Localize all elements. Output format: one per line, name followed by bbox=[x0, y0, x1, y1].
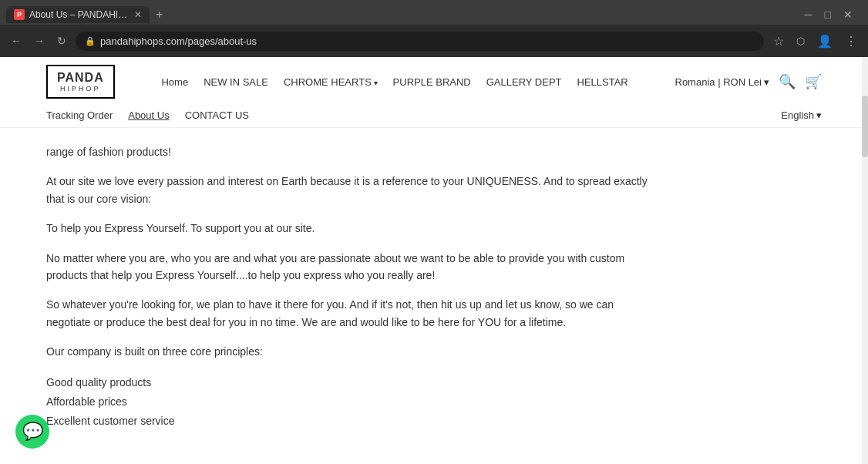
extensions-button[interactable]: ⬡ bbox=[793, 34, 808, 49]
list-item-3: Excellent customer service bbox=[46, 412, 648, 431]
whatsapp-button[interactable]: 💬 bbox=[15, 415, 49, 449]
nav-hellstar[interactable]: HELLSTAR bbox=[577, 76, 628, 88]
site-header: PANDA HIPHOP Home NEW IN SALE CHROME HEA… bbox=[0, 57, 868, 128]
main-content: range of fashion products! At our site w… bbox=[0, 128, 694, 464]
nav-new-in-sale[interactable]: NEW IN SALE bbox=[204, 76, 268, 88]
nav-gallery-dept[interactable]: GALLERY DEPT bbox=[486, 76, 562, 88]
logo-text: PANDA bbox=[57, 71, 104, 84]
refresh-button[interactable]: ↻ bbox=[54, 33, 69, 49]
language-selector[interactable]: English ▾ bbox=[781, 109, 822, 121]
secure-icon: 🔒 bbox=[85, 36, 96, 46]
search-button[interactable]: 🔍 bbox=[779, 73, 796, 90]
content-para-5: So whatever you're looking for, we plan … bbox=[46, 296, 648, 331]
content-list: Good quality products Affordable prices … bbox=[46, 373, 648, 432]
tab-favicon: P bbox=[14, 9, 25, 20]
nav-chrome-hearts[interactable]: CHROME HEARTS bbox=[284, 76, 378, 88]
new-tab-button[interactable]: + bbox=[150, 8, 169, 22]
minimize-button[interactable]: ─ bbox=[802, 7, 816, 22]
currency-selector[interactable]: Romania | RON Lei ▾ bbox=[675, 76, 769, 88]
currency-text: Romania | RON Lei bbox=[675, 76, 762, 88]
url-text: pandahiphops.com/pages/about-us bbox=[100, 35, 257, 47]
logo-sub: HIPHOP bbox=[57, 85, 104, 92]
browser-tab[interactable]: P About Us – PANDAHIPHOP ✕ bbox=[6, 6, 150, 23]
content-para-3: To help you Express Yourself. To support… bbox=[46, 220, 648, 237]
profile-button[interactable]: 👤 bbox=[814, 32, 836, 50]
currency-dropdown-icon: ▾ bbox=[764, 76, 769, 88]
language-dropdown-icon: ▾ bbox=[816, 109, 822, 121]
back-button[interactable]: ← bbox=[8, 33, 25, 49]
main-nav: Home NEW IN SALE CHROME HEARTS PURPLE BR… bbox=[161, 76, 627, 88]
nav-home[interactable]: Home bbox=[161, 76, 188, 88]
logo[interactable]: PANDA HIPHOP bbox=[46, 65, 115, 99]
content-para-4: No matter where you are, who you are and… bbox=[46, 250, 648, 284]
nav-about-us[interactable]: About Us bbox=[128, 109, 169, 121]
bookmark-button[interactable]: ☆ bbox=[770, 32, 787, 50]
nav-purple-brand[interactable]: PURPLE BRAND bbox=[393, 76, 471, 88]
address-bar[interactable]: 🔒 pandahiphops.com/pages/about-us bbox=[76, 32, 764, 51]
cart-button[interactable]: 🛒 bbox=[805, 73, 822, 90]
tab-title: About Us – PANDAHIPHOP bbox=[29, 9, 130, 20]
close-window-button[interactable]: ✕ bbox=[840, 7, 856, 22]
secondary-nav: Tracking Order About Us CONTACT US bbox=[46, 109, 249, 121]
tab-close-button[interactable]: ✕ bbox=[134, 9, 142, 20]
language-text: English bbox=[781, 109, 814, 121]
nav-tracking-order[interactable]: Tracking Order bbox=[46, 109, 113, 121]
nav-contact-us[interactable]: CONTACT US bbox=[185, 109, 249, 121]
content-para-1: range of fashion products! bbox=[46, 143, 648, 160]
forward-button[interactable]: → bbox=[31, 33, 48, 49]
content-para-2: At our site we love every passion and in… bbox=[46, 173, 648, 207]
list-item-1: Good quality products bbox=[46, 373, 648, 392]
scrollbar-thumb[interactable] bbox=[862, 96, 868, 157]
content-para-6: Our company is built on three core princ… bbox=[46, 343, 648, 360]
list-item-2: Affordable prices bbox=[46, 392, 648, 412]
more-options-button[interactable]: ⋮ bbox=[842, 32, 860, 50]
maximize-button[interactable]: □ bbox=[822, 7, 834, 22]
